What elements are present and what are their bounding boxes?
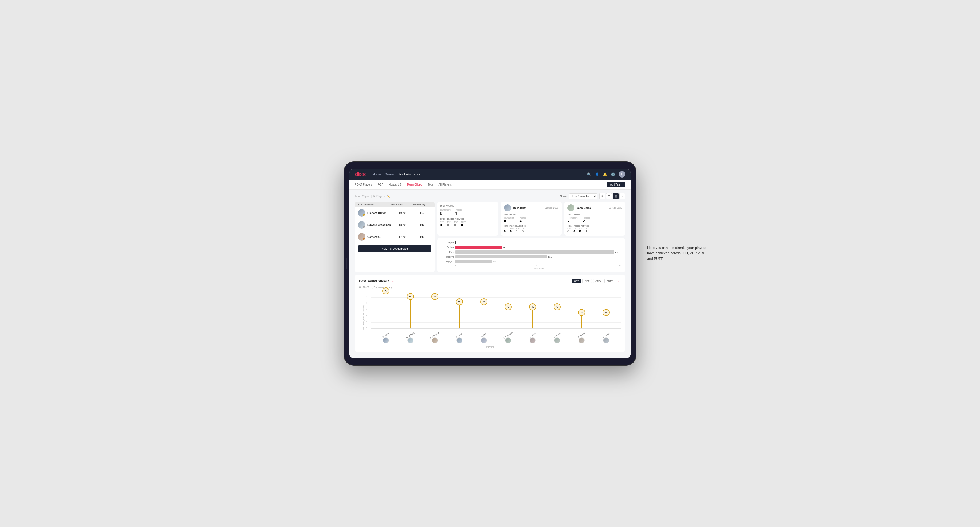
annotation-text: Here you can see streaks your players ha…	[647, 245, 708, 261]
arrow-indicator: ←	[391, 279, 395, 283]
view-icons: ⊞ ☰ ▦ ↕	[600, 193, 625, 199]
total-rounds-card: Total Rounds Tournament 8 Practice	[437, 202, 498, 236]
streaks-title: Best Round Streaks	[359, 279, 389, 283]
player-name: Cameron...	[368, 236, 381, 238]
person-icon[interactable]: 👤	[595, 173, 599, 176]
streak-bar-group: 7x	[375, 291, 396, 329]
settings-icon[interactable]: ⚙️	[611, 173, 615, 176]
filter-putt[interactable]: PUTT	[604, 279, 616, 284]
table-row[interactable]: 3 Cameron... 17/20 103	[355, 231, 434, 243]
streak-bar-group: 5x	[473, 291, 495, 329]
streak-player-avatar	[457, 338, 462, 343]
streak-bubble: 4x	[504, 303, 512, 310]
sub-nav-team-clippd[interactable]: Team Clippd	[407, 180, 422, 189]
streak-player-avatar	[530, 338, 536, 343]
list-view-btn[interactable]: ☰	[606, 193, 612, 199]
edit-icon[interactable]: ✏️	[387, 195, 390, 198]
app-logo: clippd	[355, 172, 366, 177]
rank-badge: 1	[363, 214, 365, 217]
streak-bubble: 5x	[456, 298, 463, 305]
nav-my-performance[interactable]: My Performance	[399, 173, 420, 176]
grid-view-btn[interactable]: ⊞	[600, 193, 605, 199]
y-axis-label: Best Streak, Fairway Accuracy	[363, 305, 364, 330]
streak-player-avatar	[432, 338, 438, 343]
view-full-leaderboard-button[interactable]: View Full Leaderboard	[358, 245, 431, 252]
streaks-section: Best Round Streaks ← OTT APP ARG PUTT ←	[355, 275, 625, 352]
annotation-box: Here you can see streaks your players ha…	[647, 245, 708, 261]
bell-icon[interactable]: 🔔	[603, 173, 607, 176]
sub-nav-pga[interactable]: PGA	[378, 180, 383, 189]
player-info: 2 Edward Crossman	[358, 221, 391, 229]
avatar: 3	[358, 233, 365, 241]
col-pb-score: PB SCORE	[391, 203, 413, 206]
col-player: PLAYER NAME	[358, 203, 391, 206]
team-header-right: Show Last 3 months Last 6 months Last 12…	[560, 193, 625, 199]
player-name: Richard Butler	[368, 211, 386, 214]
main-content: Team Clippd | 14 Players ✏️ Show Last 3 …	[349, 189, 631, 358]
leaderboard-card: PLAYER NAME PB SCORE PB AVG SQ 1	[355, 202, 434, 272]
card-player-name: Rees Britt	[513, 206, 526, 210]
sub-nav-links: PGAT Players PGA Hcaps 1-5 Team Clippd T…	[355, 180, 452, 189]
streak-chart-container: Best Streak, Fairway Accuracy 7 6 5 4 3 …	[359, 291, 621, 344]
streak-bar-group: 3x	[595, 291, 617, 329]
avatar: 2	[358, 221, 365, 229]
nav-home[interactable]: Home	[373, 173, 380, 176]
streak-bubble: 3x	[603, 309, 609, 316]
streak-bubble: 6x	[407, 293, 414, 300]
streak-player-avatar	[383, 338, 389, 343]
rank-badge: 3	[363, 238, 365, 241]
tournament-rounds: 8	[440, 211, 450, 216]
card-view-btn[interactable]: ▦	[613, 193, 619, 199]
sub-nav-pgat[interactable]: PGAT Players	[355, 180, 372, 189]
x-axis: 0 200 400	[441, 264, 622, 267]
add-team-button[interactable]: Add Team	[607, 182, 625, 187]
card-date: 26 Aug 2023	[609, 206, 622, 209]
card-player-name: Josh Coles	[577, 206, 591, 210]
streak-bubble: 4x	[529, 303, 536, 310]
player-count: | 14 Players	[371, 195, 385, 198]
streak-player-avatar	[481, 338, 487, 343]
filter-ott[interactable]: OTT	[572, 279, 581, 284]
sub-nav-all-players[interactable]: All Players	[438, 180, 452, 189]
player-card-rees: Rees Britt 02 Sep 2023 Total Rounds Tour…	[501, 202, 562, 236]
search-icon[interactable]: 🔍	[587, 173, 591, 176]
col-pb-avg: PB AVG SQ	[413, 203, 431, 206]
show-label: Show	[560, 195, 567, 198]
table-row[interactable]: 1 Richard Butler 19/20 110	[355, 207, 434, 219]
period-select[interactable]: Last 3 months Last 6 months Last 12 mont…	[569, 194, 597, 199]
card-header: Rees Britt 02 Sep 2023	[504, 205, 559, 211]
total-rounds-label: Total Rounds	[440, 205, 496, 207]
right-panel: Total Rounds Tournament 8 Practice	[437, 202, 625, 272]
bar-dbogeys: D. Bogeys + 131	[441, 260, 622, 263]
streak-bar-group: 3x	[571, 291, 592, 329]
x-axis-title: Total Shots	[441, 267, 622, 270]
streak-avatars-row	[371, 338, 621, 343]
filter-arg[interactable]: ARG	[593, 279, 603, 284]
nav-bar: clippd Home Teams My Performance 🔍 👤 🔔 ⚙…	[349, 169, 631, 180]
table-header: PLAYER NAME PB SCORE PB AVG SQ	[355, 202, 434, 207]
player-card-josh: Josh Coles 26 Aug 2023 Total Rounds Tour…	[564, 202, 625, 236]
table-row[interactable]: 2 Edward Crossman 18/20 107	[355, 219, 434, 231]
streak-player-avatar	[579, 338, 584, 343]
streak-bar-group: 5x	[449, 291, 470, 329]
filter-app[interactable]: APP	[582, 279, 592, 284]
streak-bar-group: 4x	[522, 291, 543, 329]
streak-bars: 7x6x6x5x5x4x4x4x3x3x	[371, 291, 621, 329]
nav-links: Home Teams My Performance	[373, 173, 587, 176]
sub-nav-hcaps[interactable]: Hcaps 1-5	[389, 180, 402, 189]
streak-bar-group: 6x	[424, 291, 445, 329]
chart-subtitle: Off The Tee , Fairway Accuracy	[359, 286, 621, 289]
streak-bubble: 4x	[554, 303, 561, 310]
team-title: Team Clippd | 14 Players ✏️	[355, 195, 390, 198]
pb-avg: 110	[413, 211, 431, 214]
streak-bar-group: 6x	[400, 291, 421, 329]
bar-birdies: Birdies 96	[441, 246, 622, 249]
sub-nav-tour[interactable]: Tour	[428, 180, 433, 189]
nav-right: 🔍 👤 🔔 ⚙️ U	[587, 171, 625, 178]
x-axis-label: Players	[359, 346, 621, 348]
user-avatar[interactable]: U	[619, 171, 625, 178]
player-cards-row: Total Rounds Tournament 8 Practice	[437, 202, 625, 236]
card-avatar	[568, 205, 574, 211]
chart-view-btn[interactable]: ↕	[619, 193, 625, 199]
nav-teams[interactable]: Teams	[385, 173, 394, 176]
